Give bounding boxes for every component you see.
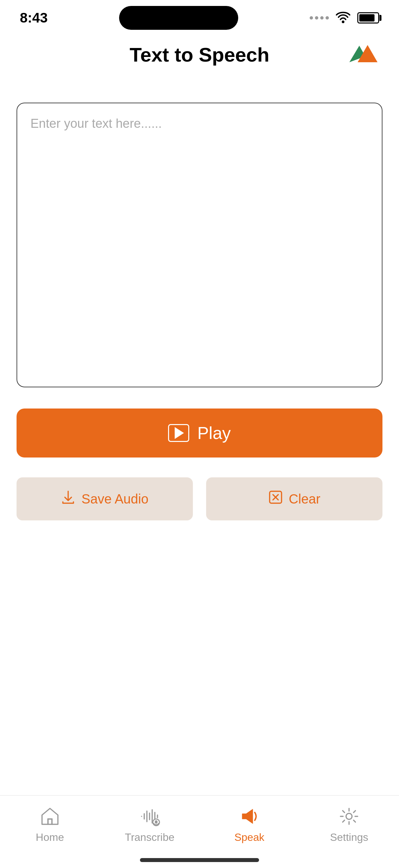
settings-icon: [337, 805, 361, 827]
tab-bar: Home Transcribe: [0, 795, 399, 868]
tab-speak-label: Speak: [234, 831, 264, 843]
app-logo: [350, 42, 379, 67]
svg-rect-6: [48, 819, 52, 824]
page-title: Text to Speech: [130, 43, 269, 66]
speak-icon: [237, 805, 261, 827]
tab-transcribe-label: Transcribe: [125, 831, 174, 843]
clear-label: Clear: [289, 492, 321, 506]
status-bar: 8:43: [0, 0, 399, 33]
main-content: Play Save Audio Clear: [0, 76, 399, 537]
play-icon-box: [168, 424, 189, 442]
home-icon: [38, 805, 62, 827]
tab-transcribe[interactable]: Transcribe: [100, 805, 200, 843]
clear-icon: [268, 490, 283, 508]
svg-point-17: [346, 813, 352, 819]
svg-rect-15: [155, 820, 158, 824]
tab-home-label: Home: [36, 831, 64, 843]
tab-home[interactable]: Home: [0, 805, 100, 843]
signal-icon: [310, 16, 329, 20]
save-audio-label: Save Audio: [81, 492, 148, 506]
save-audio-icon: [61, 490, 75, 508]
svg-point-0: [342, 21, 344, 23]
transcribe-icon: [138, 805, 162, 827]
dynamic-island: [119, 6, 238, 30]
tab-settings[interactable]: Settings: [299, 805, 399, 843]
status-time: 8:43: [20, 10, 47, 26]
status-icons: [310, 10, 379, 26]
text-input[interactable]: [16, 103, 383, 387]
play-triangle: [175, 427, 184, 439]
home-bar: [140, 858, 259, 862]
tab-settings-label: Settings: [330, 831, 368, 843]
tab-speak[interactable]: Speak: [199, 805, 299, 843]
save-audio-button[interactable]: Save Audio: [16, 477, 193, 520]
header: Text to Speech: [0, 33, 399, 76]
text-input-container: [16, 103, 383, 389]
play-icon: [168, 424, 189, 442]
battery-icon: [357, 12, 379, 24]
clear-button[interactable]: Clear: [206, 477, 383, 520]
play-button[interactable]: Play: [16, 408, 383, 458]
wifi-icon: [335, 10, 352, 26]
play-label: Play: [197, 423, 231, 443]
secondary-buttons: Save Audio Clear: [16, 477, 383, 520]
